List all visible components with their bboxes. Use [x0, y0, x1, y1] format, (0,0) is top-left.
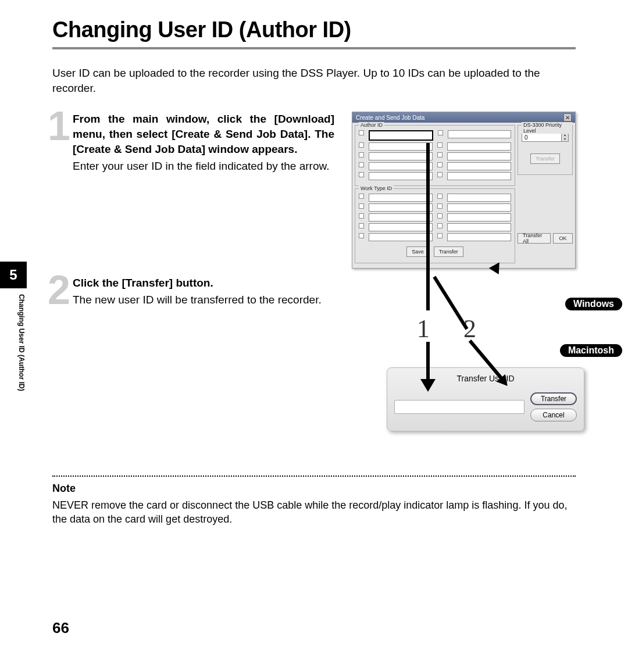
text-field[interactable]: [369, 142, 433, 151]
save-button[interactable]: Save: [406, 246, 429, 257]
checkbox[interactable]: [437, 194, 443, 199]
intro-text: User ID can be uploaded to the recorder …: [52, 66, 576, 95]
text-field[interactable]: [369, 203, 433, 212]
checkbox[interactable]: [437, 213, 443, 219]
text-field[interactable]: [369, 152, 433, 160]
steps-column: 1 From the main window, click the [Downl…: [52, 112, 334, 308]
step-2-head: Click the [Transfer] button.: [73, 276, 334, 291]
checkbox[interactable]: [359, 223, 364, 228]
transfer-priority-button[interactable]: Transfer: [530, 153, 560, 164]
checkbox[interactable]: [359, 194, 364, 199]
text-field[interactable]: [447, 223, 511, 231]
text-field[interactable]: [447, 233, 511, 241]
title-rule: [52, 47, 576, 49]
step-1-body: Enter your user ID in the field indicate…: [73, 159, 334, 174]
windows-badge: Windows: [565, 298, 622, 310]
arrow-2a-line: [433, 276, 468, 330]
worktype-id-fieldset: Work Type ID Save Transfer: [355, 188, 515, 263]
worktype-legend: Work Type ID: [359, 185, 394, 191]
note-section: Note NEVER remove the card or disconnect…: [0, 459, 576, 527]
windows-titlebar[interactable]: Create and Send Job Data ✕: [352, 112, 575, 123]
priority-spinner[interactable]: 0 ▴▾: [522, 133, 569, 142]
checkbox[interactable]: [359, 213, 364, 219]
checkbox[interactable]: [437, 203, 443, 209]
text-field[interactable]: [369, 162, 433, 170]
priority-value: 0: [522, 134, 561, 141]
checkbox[interactable]: [437, 172, 443, 177]
checkbox[interactable]: [437, 142, 443, 148]
checkbox[interactable]: [437, 233, 443, 238]
text-field[interactable]: [447, 213, 511, 221]
text-field[interactable]: [448, 130, 511, 138]
author-id-fieldset: Author ID: [355, 125, 515, 186]
text-field[interactable]: [369, 213, 433, 221]
chapter-tab: 5: [0, 262, 27, 288]
text-field[interactable]: [369, 172, 433, 180]
mac-transfer-button[interactable]: Transfer: [530, 392, 577, 405]
checkbox[interactable]: [438, 130, 443, 135]
step-number: 2: [48, 270, 70, 310]
page-title: Changing User ID (Author ID): [52, 17, 576, 42]
checkbox[interactable]: [359, 130, 364, 135]
author-id-field-highlight[interactable]: [369, 130, 433, 141]
text-field[interactable]: [447, 194, 511, 202]
checkbox[interactable]: [359, 162, 364, 167]
author-id-legend: Author ID: [359, 122, 384, 128]
priority-fieldset: DS-3300 Priority Level 0 ▴▾ Transfer: [518, 125, 573, 175]
checkbox[interactable]: [437, 223, 443, 228]
checkbox[interactable]: [359, 152, 364, 158]
spinner-down-icon[interactable]: ▾: [561, 137, 568, 141]
text-field[interactable]: [447, 152, 511, 160]
page-number: 66: [52, 619, 69, 637]
mac-userid-field[interactable]: [394, 400, 524, 414]
step-number: 1: [48, 106, 70, 146]
step-1-head: From the main window, click the [Downloa…: [73, 112, 334, 156]
step-2: 2 Click the [Transfer] button. The new u…: [52, 276, 334, 308]
windows-dialog: Create and Send Job Data ✕ Author ID Wor…: [352, 112, 576, 269]
arrow-down-icon: [420, 379, 436, 392]
priority-legend: DS-3300 Priority Level: [522, 122, 572, 134]
checkbox[interactable]: [359, 142, 364, 148]
text-field[interactable]: [369, 233, 433, 241]
transfer-button[interactable]: Transfer: [434, 246, 463, 257]
arrow-1-line: [426, 143, 430, 381]
text-field[interactable]: [369, 194, 433, 202]
windows-title-text: Create and Send Job Data: [356, 115, 424, 121]
note-body: NEVER remove the card or disconnect the …: [52, 498, 576, 527]
checkbox[interactable]: [359, 233, 364, 238]
macintosh-badge: Macintosh: [560, 344, 622, 357]
checkbox[interactable]: [437, 152, 443, 158]
callout-1: 1: [417, 314, 430, 344]
step-1: 1 From the main window, click the [Downl…: [52, 112, 334, 174]
mac-cancel-button[interactable]: Cancel: [530, 409, 577, 421]
side-label: Changing User ID (Author ID): [17, 294, 26, 391]
checkbox[interactable]: [437, 162, 443, 167]
text-field[interactable]: [447, 162, 511, 170]
checkbox[interactable]: [359, 203, 364, 209]
spinner-up-icon[interactable]: ▴: [561, 133, 568, 137]
note-heading: Note: [52, 482, 576, 495]
text-field[interactable]: [447, 142, 511, 151]
checkbox[interactable]: [359, 172, 364, 177]
figure-column: Create and Send Job Data ✕ Author ID Wor…: [352, 112, 576, 308]
transfer-all-button[interactable]: Transfer All: [518, 233, 551, 244]
text-field[interactable]: [369, 223, 433, 231]
text-field[interactable]: [447, 203, 511, 212]
text-field[interactable]: [447, 172, 511, 180]
mac-dialog: Transfer UserID Transfer Cancel: [387, 367, 584, 431]
step-2-body: The new user ID will be transferred to t…: [73, 292, 334, 308]
dotted-rule: [52, 476, 576, 477]
close-icon[interactable]: ✕: [563, 113, 572, 121]
ok-button[interactable]: OK: [553, 233, 573, 244]
